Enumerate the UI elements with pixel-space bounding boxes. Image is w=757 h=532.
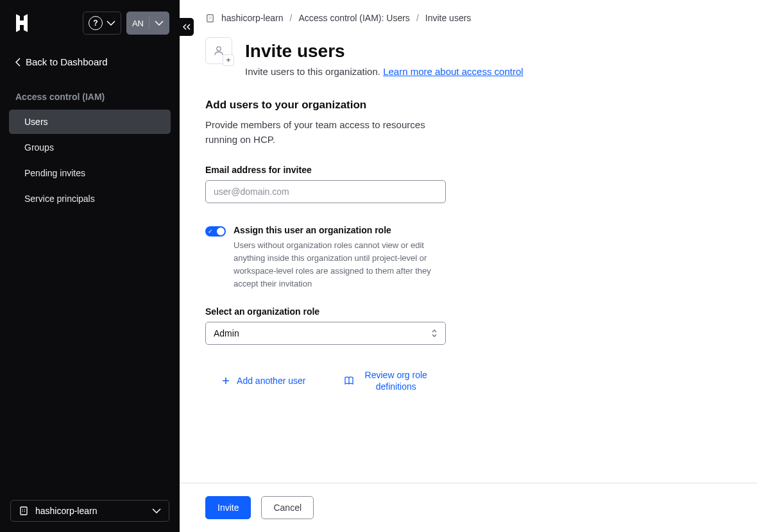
- breadcrumb-sep: /: [416, 13, 419, 23]
- page-icon: +: [205, 37, 232, 64]
- org-selector-dropdown[interactable]: hashicorp-learn: [10, 500, 169, 522]
- toggle-title: Assign this user an organization role: [234, 225, 446, 235]
- email-field[interactable]: [205, 180, 446, 203]
- breadcrumb: hashicorp-learn / Access control (IAM): …: [180, 0, 757, 29]
- breadcrumb-users[interactable]: Access control (IAM): Users: [298, 13, 409, 23]
- plus-icon: [221, 376, 230, 385]
- page-description: Invite users to this organization. Learn…: [245, 66, 523, 77]
- chevron-down-icon: [155, 21, 164, 26]
- email-label: Email address for invitee: [205, 165, 731, 175]
- sidebar-item-groups[interactable]: Groups: [9, 135, 171, 160]
- section-title: Add users to your organization: [205, 99, 731, 112]
- org-icon: [205, 13, 215, 23]
- svg-rect-0: [21, 507, 27, 515]
- section-desc: Provide members of your team access to r…: [205, 118, 449, 147]
- review-role-definitions-link[interactable]: Review org role definitions: [330, 364, 447, 399]
- chevrons-left-icon: [183, 24, 191, 30]
- user-org-badge-menu[interactable]: AN: [126, 12, 169, 35]
- sidebar-item-pending-invites[interactable]: Pending invites: [9, 161, 171, 185]
- back-label: Back to Dashboard: [26, 56, 108, 67]
- assign-role-toggle-row: Assign this user an organization role Us…: [205, 225, 446, 291]
- back-to-dashboard-link[interactable]: Back to Dashboard: [0, 46, 180, 78]
- svg-rect-1: [207, 14, 213, 21]
- chevron-down-icon: [152, 508, 161, 513]
- role-label: Select an organization role: [205, 306, 731, 317]
- book-icon: [344, 376, 354, 385]
- plus-badge-icon: +: [223, 54, 234, 66]
- role-value: Admin: [214, 328, 239, 338]
- help-menu[interactable]: ?: [83, 12, 121, 35]
- chevron-down-icon: [106, 21, 115, 26]
- toggle-desc: Users without organization roles cannot …: [234, 239, 446, 291]
- role-select[interactable]: Admin: [205, 322, 446, 345]
- breadcrumb-current: Invite users: [425, 13, 472, 23]
- form-content: Add users to your organization Provide m…: [180, 92, 757, 483]
- help-icon: ?: [89, 16, 103, 30]
- cancel-button[interactable]: Cancel: [261, 496, 314, 519]
- org-selector-label: hashicorp-learn: [35, 506, 98, 516]
- learn-more-link[interactable]: Learn more about access control: [383, 66, 523, 77]
- page-header: + Invite users Invite users to this orga…: [180, 29, 757, 92]
- svg-point-2: [217, 47, 221, 51]
- sidebar-footer: hashicorp-learn: [0, 490, 180, 532]
- select-caret-icon: [431, 329, 438, 338]
- page-title: Invite users: [245, 40, 523, 62]
- link-actions: Add another user Review org role definit…: [205, 364, 446, 399]
- sidebar-item-users[interactable]: Users: [9, 110, 171, 134]
- sidebar-nav: Access control (IAM) Users Groups Pendin…: [0, 78, 180, 217]
- logo[interactable]: [10, 12, 33, 35]
- collapse-sidebar-button[interactable]: [180, 18, 194, 36]
- org-icon: [19, 506, 29, 516]
- chevron-left-icon: [15, 58, 21, 67]
- invite-button[interactable]: Invite: [205, 496, 251, 519]
- add-another-user-link[interactable]: Add another user: [205, 364, 322, 399]
- nav-section-heading: Access control (IAM): [0, 83, 180, 108]
- assign-role-toggle[interactable]: [205, 226, 226, 237]
- main: hashicorp-learn / Access control (IAM): …: [180, 0, 757, 532]
- sidebar-item-service-principals[interactable]: Service principals: [9, 187, 171, 211]
- breadcrumb-org[interactable]: hashicorp-learn: [221, 13, 284, 23]
- sidebar: ? AN Back to Dashboard Access control (I…: [0, 0, 180, 532]
- footer-actions: Invite Cancel: [180, 483, 757, 532]
- sidebar-header: ? AN: [0, 0, 180, 46]
- org-badge-label: AN: [127, 15, 149, 32]
- breadcrumb-sep: /: [290, 13, 293, 23]
